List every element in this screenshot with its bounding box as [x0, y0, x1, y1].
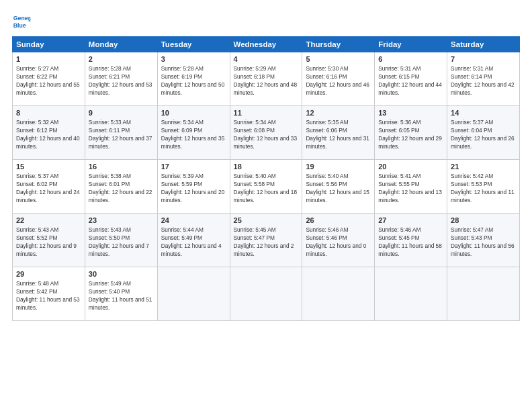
day-info: Sunrise: 5:47 AMSunset: 5:43 PMDaylight:… [451, 226, 516, 258]
day-info: Sunrise: 5:29 AMSunset: 6:18 PMDaylight:… [234, 64, 299, 97]
calendar-week-row: 8Sunrise: 5:32 AMSunset: 6:12 PMDaylight… [13, 106, 520, 160]
calendar-day-cell: 8Sunrise: 5:32 AMSunset: 6:12 PMDaylight… [13, 106, 85, 160]
day-info: Sunrise: 5:32 AMSunset: 6:12 PMDaylight:… [16, 118, 81, 150]
calendar-week-row: 22Sunrise: 5:43 AMSunset: 5:52 PMDayligh… [13, 214, 520, 267]
calendar-day-cell [447, 267, 520, 321]
day-number: 16 [89, 163, 154, 171]
day-number: 11 [234, 109, 299, 117]
calendar-day-cell: 1Sunrise: 5:27 AMSunset: 6:22 PMDaylight… [13, 52, 85, 106]
day-number: 20 [378, 163, 443, 171]
calendar-day-cell [230, 267, 302, 321]
day-number: 21 [451, 163, 516, 171]
calendar-day-cell: 2Sunrise: 5:28 AMSunset: 6:21 PMDaylight… [85, 52, 157, 106]
calendar-day-cell: 29Sunrise: 5:48 AMSunset: 5:42 PMDayligh… [13, 267, 85, 321]
day-number: 10 [161, 109, 226, 117]
calendar-body: 1Sunrise: 5:27 AMSunset: 6:22 PMDaylight… [13, 52, 520, 321]
day-info: Sunrise: 5:44 AMSunset: 5:49 PMDaylight:… [161, 226, 226, 258]
calendar-day-cell: 12Sunrise: 5:35 AMSunset: 6:06 PMDayligh… [302, 106, 375, 160]
weekday-header-cell: Monday [85, 37, 157, 52]
calendar-page: General Blue SundayMondayTuesdayWednesda… [0, 0, 532, 411]
logo: General Blue [12, 12, 34, 31]
day-number: 17 [161, 163, 226, 171]
calendar-day-cell: 26Sunrise: 5:46 AMSunset: 5:46 PMDayligh… [302, 214, 375, 267]
day-info: Sunrise: 5:37 AMSunset: 6:02 PMDaylight:… [16, 172, 81, 204]
calendar-day-cell: 21Sunrise: 5:42 AMSunset: 5:53 PMDayligh… [447, 160, 520, 214]
calendar-day-cell: 27Sunrise: 5:46 AMSunset: 5:45 PMDayligh… [375, 214, 447, 267]
weekday-header-cell: Friday [375, 37, 447, 52]
calendar-day-cell [157, 267, 230, 321]
day-number: 5 [306, 55, 371, 63]
calendar-day-cell: 22Sunrise: 5:43 AMSunset: 5:52 PMDayligh… [13, 214, 85, 267]
day-number: 6 [378, 55, 443, 63]
day-number: 18 [234, 163, 299, 171]
day-info: Sunrise: 5:31 AMSunset: 6:15 PMDaylight:… [378, 64, 443, 97]
day-number: 13 [378, 109, 443, 117]
calendar-day-cell: 17Sunrise: 5:39 AMSunset: 5:59 PMDayligh… [157, 160, 230, 214]
day-number: 27 [378, 216, 443, 224]
day-number: 28 [451, 216, 516, 224]
day-info: Sunrise: 5:39 AMSunset: 5:59 PMDaylight:… [161, 172, 226, 204]
calendar-day-cell: 13Sunrise: 5:36 AMSunset: 6:05 PMDayligh… [375, 106, 447, 160]
calendar-week-row: 1Sunrise: 5:27 AMSunset: 6:22 PMDaylight… [13, 52, 520, 106]
calendar-day-cell: 23Sunrise: 5:43 AMSunset: 5:50 PMDayligh… [85, 214, 157, 267]
calendar-day-cell: 28Sunrise: 5:47 AMSunset: 5:43 PMDayligh… [447, 214, 520, 267]
day-number: 12 [306, 109, 371, 117]
day-info: Sunrise: 5:30 AMSunset: 6:16 PMDaylight:… [306, 64, 371, 97]
calendar-day-cell: 7Sunrise: 5:31 AMSunset: 6:14 PMDaylight… [447, 52, 520, 106]
day-number: 15 [16, 163, 81, 171]
svg-text:Blue: Blue [13, 22, 26, 29]
calendar-day-cell: 4Sunrise: 5:29 AMSunset: 6:18 PMDaylight… [230, 52, 302, 106]
weekday-header-cell: Saturday [447, 37, 520, 52]
day-info: Sunrise: 5:43 AMSunset: 5:50 PMDaylight:… [89, 226, 154, 258]
day-number: 26 [306, 216, 371, 224]
weekday-header-cell: Wednesday [230, 37, 302, 52]
day-number: 1 [16, 55, 81, 63]
calendar-table: SundayMondayTuesdayWednesdayThursdayFrid… [12, 36, 520, 321]
day-info: Sunrise: 5:40 AMSunset: 5:58 PMDaylight:… [234, 172, 299, 204]
day-info: Sunrise: 5:43 AMSunset: 5:52 PMDaylight:… [16, 226, 81, 258]
day-info: Sunrise: 5:34 AMSunset: 6:08 PMDaylight:… [234, 118, 299, 150]
calendar-day-cell: 10Sunrise: 5:34 AMSunset: 6:09 PMDayligh… [157, 106, 230, 160]
day-info: Sunrise: 5:49 AMSunset: 5:40 PMDaylight:… [89, 279, 154, 312]
calendar-week-row: 15Sunrise: 5:37 AMSunset: 6:02 PMDayligh… [13, 160, 520, 214]
calendar-day-cell: 15Sunrise: 5:37 AMSunset: 6:02 PMDayligh… [13, 160, 85, 214]
calendar-week-row: 29Sunrise: 5:48 AMSunset: 5:42 PMDayligh… [13, 267, 520, 321]
day-info: Sunrise: 5:31 AMSunset: 6:14 PMDaylight:… [451, 64, 516, 97]
calendar-day-cell: 6Sunrise: 5:31 AMSunset: 6:15 PMDaylight… [375, 52, 447, 106]
day-info: Sunrise: 5:34 AMSunset: 6:09 PMDaylight:… [161, 118, 226, 150]
header: General Blue [12, 12, 520, 31]
calendar-day-cell: 30Sunrise: 5:49 AMSunset: 5:40 PMDayligh… [85, 267, 157, 321]
calendar-day-cell: 19Sunrise: 5:40 AMSunset: 5:56 PMDayligh… [302, 160, 375, 214]
day-number: 4 [234, 55, 299, 63]
calendar-day-cell: 24Sunrise: 5:44 AMSunset: 5:49 PMDayligh… [157, 214, 230, 267]
day-number: 29 [16, 270, 81, 278]
logo-icon: General Blue [12, 12, 31, 31]
day-info: Sunrise: 5:27 AMSunset: 6:22 PMDaylight:… [16, 64, 81, 97]
calendar-day-cell [302, 267, 375, 321]
day-info: Sunrise: 5:46 AMSunset: 5:46 PMDaylight:… [306, 226, 371, 258]
day-number: 30 [89, 270, 154, 278]
day-info: Sunrise: 5:37 AMSunset: 6:04 PMDaylight:… [451, 118, 516, 150]
day-info: Sunrise: 5:33 AMSunset: 6:11 PMDaylight:… [89, 118, 154, 150]
day-info: Sunrise: 5:41 AMSunset: 5:55 PMDaylight:… [378, 172, 443, 204]
day-number: 3 [161, 55, 226, 63]
day-number: 24 [161, 216, 226, 224]
day-number: 9 [89, 109, 154, 117]
day-info: Sunrise: 5:46 AMSunset: 5:45 PMDaylight:… [378, 226, 443, 258]
day-info: Sunrise: 5:28 AMSunset: 6:19 PMDaylight:… [161, 64, 226, 97]
weekday-header-cell: Sunday [13, 37, 85, 52]
day-number: 23 [89, 216, 154, 224]
calendar-day-cell: 18Sunrise: 5:40 AMSunset: 5:58 PMDayligh… [230, 160, 302, 214]
calendar-day-cell: 14Sunrise: 5:37 AMSunset: 6:04 PMDayligh… [447, 106, 520, 160]
day-number: 19 [306, 163, 371, 171]
calendar-day-cell: 11Sunrise: 5:34 AMSunset: 6:08 PMDayligh… [230, 106, 302, 160]
day-info: Sunrise: 5:38 AMSunset: 6:01 PMDaylight:… [89, 172, 154, 204]
calendar-day-cell: 20Sunrise: 5:41 AMSunset: 5:55 PMDayligh… [375, 160, 447, 214]
day-number: 2 [89, 55, 154, 63]
calendar-day-cell: 5Sunrise: 5:30 AMSunset: 6:16 PMDaylight… [302, 52, 375, 106]
day-number: 14 [451, 109, 516, 117]
calendar-day-cell: 3Sunrise: 5:28 AMSunset: 6:19 PMDaylight… [157, 52, 230, 106]
calendar-day-cell: 25Sunrise: 5:45 AMSunset: 5:47 PMDayligh… [230, 214, 302, 267]
day-info: Sunrise: 5:36 AMSunset: 6:05 PMDaylight:… [378, 118, 443, 150]
day-info: Sunrise: 5:48 AMSunset: 5:42 PMDaylight:… [16, 279, 81, 312]
